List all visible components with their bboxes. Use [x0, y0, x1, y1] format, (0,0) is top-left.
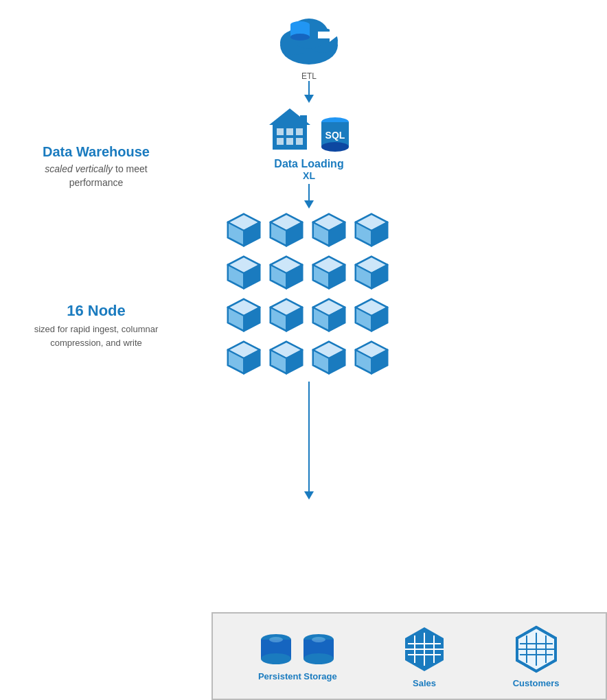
- svg-rect-15: [296, 138, 303, 145]
- svg-rect-11: [286, 128, 293, 135]
- sales-item: Sales: [400, 625, 449, 688]
- sales-label: Sales: [413, 678, 436, 688]
- svg-rect-10: [277, 128, 284, 135]
- sales-icon: [400, 625, 449, 674]
- node-title: 16 Node: [14, 302, 179, 320]
- source-cloud-icon: [271, 10, 347, 70]
- node-cube: [225, 254, 262, 291]
- etl-label: ETL: [301, 71, 317, 81]
- node-cube: [268, 254, 305, 291]
- node-cube: [353, 211, 390, 248]
- svg-rect-13: [277, 138, 284, 145]
- svg-point-6: [290, 34, 310, 40]
- node-cube: [225, 339, 262, 376]
- svg-text:SQL: SQL: [325, 130, 345, 141]
- data-loading-size: XL: [274, 170, 343, 181]
- data-loading-label: Data Loading XL: [274, 158, 343, 181]
- customers-label: Customers: [513, 678, 560, 688]
- annotation-16-node: 16 Node sized for rapid ingest, columnar…: [14, 302, 179, 349]
- node-cube: [268, 339, 305, 376]
- data-loading-icon: SQL: [266, 106, 352, 155]
- subtitle-italic: scaled vertically: [45, 163, 113, 174]
- storage-area: Persistent Storage Sales: [211, 612, 607, 700]
- svg-point-91: [304, 653, 334, 664]
- customers-icon: [512, 625, 561, 674]
- svg-point-92: [312, 637, 325, 642]
- node-cube: [268, 211, 305, 248]
- node-cube: [353, 339, 390, 376]
- arrow-to-nodes: [304, 184, 314, 209]
- node-cube: [310, 339, 347, 376]
- svg-rect-14: [286, 138, 293, 145]
- node-subtitle: sized for rapid ingest, columnarcompress…: [14, 323, 179, 349]
- node-cube: [353, 296, 390, 334]
- node-cube: [225, 296, 262, 334]
- data-warehouse-subtitle: scaled vertically to meet performance: [14, 163, 179, 189]
- persistent-storage-label: Persistent Storage: [258, 671, 337, 681]
- svg-rect-12: [296, 128, 303, 135]
- arrow-to-storage: [304, 382, 314, 500]
- svg-rect-16: [300, 115, 307, 125]
- node-cube: [310, 211, 347, 248]
- node-cube: [310, 296, 347, 334]
- annotation-data-warehouse: Data Warehouse scaled vertically to meet…: [14, 144, 179, 189]
- arrow-line-1: [308, 81, 310, 95]
- persistent-storage-item: Persistent Storage: [257, 631, 337, 681]
- data-loading-text: Data Loading: [274, 158, 343, 170]
- main-container: Data Warehouse scaled vertically to meet…: [0, 0, 607, 700]
- node-cube: [353, 254, 390, 291]
- arrow-head-1: [304, 95, 314, 103]
- svg-point-88: [269, 637, 283, 642]
- data-warehouse-title: Data Warehouse: [14, 144, 179, 160]
- customers-item: Customers: [512, 625, 561, 688]
- node-cube: [225, 211, 262, 248]
- etl-section: ETL: [301, 71, 317, 103]
- node-cube: [268, 296, 305, 334]
- svg-point-87: [261, 653, 291, 664]
- node-cube: [310, 254, 347, 291]
- svg-point-19: [321, 142, 349, 152]
- persistent-storage-icon: [257, 631, 337, 667]
- node-grid: [225, 211, 393, 379]
